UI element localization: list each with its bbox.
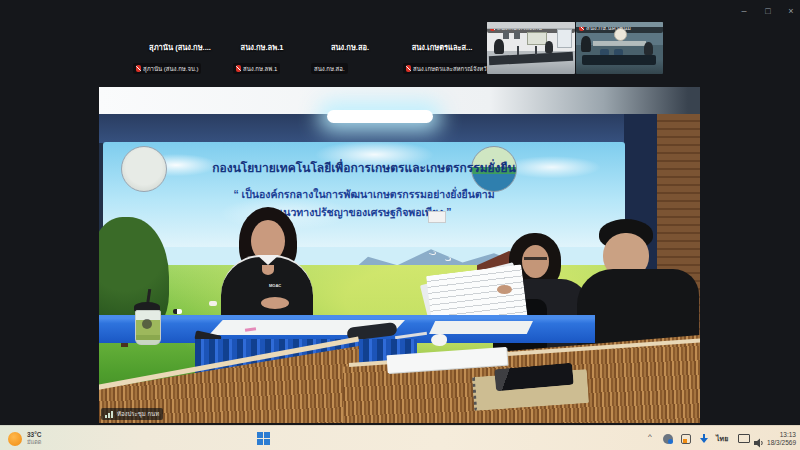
person-figure xyxy=(494,39,504,54)
weather-condition: มีแดด xyxy=(27,439,42,447)
tray-date: 18/3/2569 xyxy=(766,439,796,447)
participant-tag-label: สนง.กษ.สอ. xyxy=(314,64,345,74)
conference-table xyxy=(582,55,656,65)
tissue xyxy=(431,334,447,346)
participant-tag: สนง.เกษตรและสหกรณ์จังหวั... xyxy=(403,63,495,74)
speaker-face xyxy=(522,245,549,278)
start-button[interactable] xyxy=(257,432,271,446)
language-indicator[interactable]: ไทย xyxy=(716,435,728,443)
participant-video-tile[interactable]: สนง.กษ.ศรีสะเกษ xyxy=(487,22,575,74)
cup-logo xyxy=(142,319,152,329)
main-video-name-tag: ห้องประชุม กนท xyxy=(101,408,163,420)
mural-cow xyxy=(209,301,217,306)
tray-chevron-icon[interactable]: ^ xyxy=(648,433,652,441)
wall-frame xyxy=(503,31,509,39)
participant-name: สนง.เกษตรและส... xyxy=(400,41,484,52)
participant-tag: สนง.กษ.ลพ.1 xyxy=(233,63,280,74)
muted-mic-icon xyxy=(236,65,241,72)
thumbnail-ceiling xyxy=(487,22,575,29)
banner-subtitle-2: แนวทางปรัชญาของเศรษฐกิจพอเพียง ” xyxy=(143,204,585,221)
wall-emblem xyxy=(614,28,627,41)
hand xyxy=(497,285,512,294)
banner-title: กองนโยบายเทคโนโลยีเพื่อการเกษตรและเกษตรก… xyxy=(167,158,561,177)
participant-tag: สุภานัน (สนง.กษ.จบ.) xyxy=(133,63,201,74)
participant-tag-label: สนง.เกษตรและสหกรณ์จังหวั... xyxy=(413,64,492,74)
muted-mic-icon xyxy=(136,65,141,72)
wall-banner: กองนโยบายเทคโนโลยีเพื่อการเกษตรและเกษตรก… xyxy=(103,142,625,247)
wall-board xyxy=(527,32,547,45)
person-figure xyxy=(545,41,553,53)
tray-app-icon[interactable] xyxy=(681,434,691,444)
person-figure xyxy=(581,36,591,52)
desktop-screen: – □ × สุภานัน (สนง.กษ.... สนง.กษ.ลพ.1 สน… xyxy=(0,0,800,450)
thumbnail-ceiling xyxy=(576,22,663,27)
person-figure xyxy=(644,42,653,55)
shirt-logo-text: MOAC xyxy=(269,283,281,288)
main-video-name-label: ห้องประชุม กนท xyxy=(117,409,159,419)
mural-cow xyxy=(173,309,182,314)
windows-taskbar: 33°C มีแดด Search xyxy=(0,425,800,450)
tray-app-icon[interactable] xyxy=(663,434,673,444)
window-close-button[interactable]: × xyxy=(783,5,799,18)
clock-widget[interactable]: 13:13 18/3/2569 xyxy=(766,431,796,446)
participant-tag-label: สุภานัน (สนง.กษ.จบ.) xyxy=(143,64,198,74)
participant-video-tile[interactable]: สนง.กษ.นครพนม xyxy=(576,22,663,74)
weather-widget[interactable]: 33°C มีแดด xyxy=(4,427,78,450)
tray-download-arrow-icon[interactable] xyxy=(699,434,709,444)
wall-frame xyxy=(514,31,520,39)
participant-name: สนง.กษ.สอ. xyxy=(308,41,392,52)
speaker-neck xyxy=(262,265,274,275)
microphone xyxy=(535,46,537,55)
light-switch xyxy=(428,211,446,223)
signal-strength-icon xyxy=(105,411,114,418)
network-icon[interactable] xyxy=(738,434,750,443)
participant-name: สุภานัน (สนง.กษ.... xyxy=(138,41,222,52)
clasped-hands xyxy=(261,297,289,309)
weather-temp: 33°C xyxy=(27,431,42,439)
banner-subtitle-1: “ เป็นองค์กรกลางในการพัฒนาเกษตรกรรมอย่าง… xyxy=(143,186,585,203)
muted-mic-icon xyxy=(406,65,411,72)
shirt-collar xyxy=(257,255,279,265)
window-maximize-button[interactable]: □ xyxy=(760,5,776,18)
mural-bird xyxy=(445,257,451,261)
participant-tag: สนง.กษ.สอ. xyxy=(311,63,348,74)
speaker-icon[interactable] xyxy=(754,434,765,444)
tray-time: 13:13 xyxy=(766,431,796,439)
participant-tag-label: สนง.กษ.ลพ.1 xyxy=(243,64,277,74)
window-minimize-button[interactable]: – xyxy=(736,5,752,18)
ceiling-light xyxy=(327,110,433,123)
participant-name: สนง.กษ.ลพ.1 xyxy=(220,41,304,52)
sun-icon xyxy=(8,432,22,446)
wall-text-banner xyxy=(593,41,646,46)
eyeglasses xyxy=(524,257,547,260)
main-speaker-video[interactable]: กองนโยบายเทคโนโลยีเพื่อการเกษตรและเกษตรก… xyxy=(99,87,700,423)
microphone xyxy=(517,46,519,55)
iced-coffee-cup xyxy=(131,295,165,345)
window xyxy=(557,29,572,48)
table-papers xyxy=(429,321,533,334)
